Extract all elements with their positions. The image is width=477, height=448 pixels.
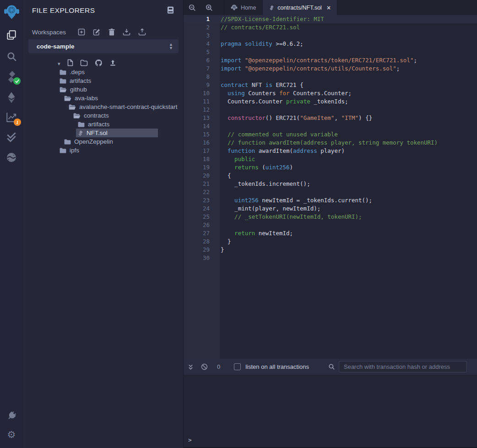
settings-icon[interactable]: ⚙ [0,429,23,440]
tree-item-ava-labs[interactable]: ava-labs [23,94,183,103]
tab-home[interactable]: Home [224,0,263,15]
zoom-in-icon[interactable] [201,0,217,15]
new-folder-icon[interactable] [80,59,88,68]
folder-closed-icon [60,148,66,153]
remix-logo-icon[interactable] [0,3,23,21]
code-line-29[interactable]: 29} [184,246,477,254]
plugin-circle-icon[interactable] [0,152,23,163]
folder-open-icon [60,87,67,92]
tree-item-.deps[interactable]: .deps [23,68,183,76]
code-line-22[interactable]: 22 [184,188,477,196]
editor-tabbar: Home contracts/NFT.sol × [184,0,477,15]
code-line-4[interactable]: 4pragma solidity >=0.6.2; [184,40,477,48]
tree-item-label: OpenZeppelin [74,138,113,145]
download-workspaces-icon[interactable] [123,28,130,36]
solidity-compiler-icon[interactable] [0,70,23,84]
static-analysis-icon[interactable]: 1 [0,111,23,123]
deploy-run-icon[interactable] [0,91,23,103]
listen-transactions-checkbox[interactable] [234,363,241,370]
tree-item-artifacts[interactable]: artifacts [23,120,183,129]
code-line-3[interactable]: 3 [184,32,477,40]
clear-console-icon[interactable] [201,363,208,370]
line-number: 6 [184,56,220,65]
code-line-14[interactable]: 14 [184,122,477,130]
expand-terminal-icon[interactable] [188,364,194,370]
code-text: return newItemId; [220,229,293,237]
folder-closed-icon [60,78,66,84]
code-text [220,188,221,196]
code-line-25[interactable]: 25 // _setTokenURI(newItemId, tokenURI); [184,213,477,221]
code-line-18[interactable]: 18 public [184,155,477,163]
code-line-9[interactable]: 9contract NFT is ERC721 { [184,81,477,89]
code-text [220,122,221,130]
tree-item-label: .deps [70,69,85,76]
tree-item-openzeppelin[interactable]: OpenZeppelin [23,137,183,146]
code-line-15[interactable]: 15 // commented out unused variable [184,130,477,139]
github-clone-icon[interactable] [95,59,103,69]
code-line-11[interactable]: 11 Counters.Counter private _tokenIds; [184,97,477,106]
plugin-manager-icon[interactable] [0,410,23,421]
code-text: import "@openzeppelin/contracts/token/ER… [220,56,417,65]
code-line-30[interactable]: 30 [184,254,477,262]
zoom-out-icon[interactable] [184,0,201,15]
line-number: 8 [184,73,220,81]
code-line-10[interactable]: 10 using Counters for Counters.Counter; [184,89,477,97]
code-line-26[interactable]: 26 [184,221,477,229]
line-number: 13 [184,114,220,122]
book-icon[interactable] [167,6,174,16]
tree-item-ipfs[interactable]: ipfs [23,146,183,155]
code-line-27[interactable]: 27 return newItemId; [184,229,477,237]
code-line-16[interactable]: 16 // function awardItem(address player,… [184,139,477,147]
terminal-search-input[interactable] [339,361,467,372]
code-line-2[interactable]: 2// contracts/ERC721.sol [184,23,477,32]
collapse-tree-icon[interactable]: ▾ [58,61,60,67]
upload-file-icon[interactable] [109,59,116,68]
unit-testing-icon[interactable] [0,131,23,143]
code-line-19[interactable]: 19 returns (uint256) [184,163,477,172]
tree-item-label: avalanche-smart-contract-quickstart [79,103,178,110]
folder-closed-icon [60,70,66,75]
file-explorer-icon[interactable] [0,29,23,41]
line-number: 19 [184,163,220,172]
code-line-28[interactable]: 28 } [184,237,477,246]
tree-item-artifacts[interactable]: artifacts [23,76,183,85]
code-line-1[interactable]: 1//SPDX-License-Identifier: MIT [184,15,477,23]
code-line-12[interactable]: 12 [184,106,477,114]
delete-workspace-icon[interactable] [108,28,115,36]
code-line-20[interactable]: 20 { [184,172,477,180]
code-line-6[interactable]: 6import "@openzeppelin/contracts/token/E… [184,56,477,65]
pending-tx-count: 0 [217,363,220,370]
code-text: contract NFT is ERC721 { [220,81,304,89]
code-line-23[interactable]: 23 uint256 newItemId = _tokenIds.current… [184,196,477,205]
tree-item-avalanche-smart-contract-quickstart[interactable]: avalanche-smart-contract-quickstart [23,103,183,111]
code-line-5[interactable]: 5 [184,48,477,56]
tree-item-nft.sol[interactable]: NFT.sol [23,129,183,137]
code-editor[interactable]: 1//SPDX-License-Identifier: MIT2// contr… [184,15,477,359]
tab-nft-sol[interactable]: contracts/NFT.sol × [263,0,337,15]
line-number: 23 [184,196,220,205]
code-line-8[interactable]: 8 [184,73,477,81]
line-number: 17 [184,147,220,155]
restore-workspaces-icon[interactable] [138,28,146,36]
workspaces-label: Workspaces [32,29,66,36]
tree-item-github[interactable]: github [23,85,183,94]
code-line-17[interactable]: 17 function awardItem(address player) [184,147,477,155]
code-line-24[interactable]: 24 _mint(player, newItemId); [184,205,477,213]
code-line-7[interactable]: 7import "@openzeppelin/contracts/utils/C… [184,65,477,73]
rename-workspace-icon[interactable] [93,28,101,36]
code-text [220,106,221,114]
tab-close-icon[interactable]: × [327,4,331,11]
tab-home-label: Home [241,5,256,11]
code-line-21[interactable]: 21 _tokenIds.increment(); [184,180,477,188]
tree-item-contracts[interactable]: contracts [23,111,183,120]
solidity-file-icon [269,5,274,11]
line-number: 10 [184,89,220,97]
code-text: //SPDX-License-Identifier: MIT [220,15,324,23]
create-workspace-icon[interactable] [78,28,85,36]
solidity-file-icon [78,130,83,136]
code-line-13[interactable]: 13 constructor() ERC721("GameItem", "ITM… [184,114,477,122]
new-file-icon[interactable] [67,59,73,68]
terminal-output[interactable]: > [184,375,477,447]
search-icon[interactable] [0,51,23,62]
workspace-select[interactable]: code-sample ▲▼ [28,39,179,53]
